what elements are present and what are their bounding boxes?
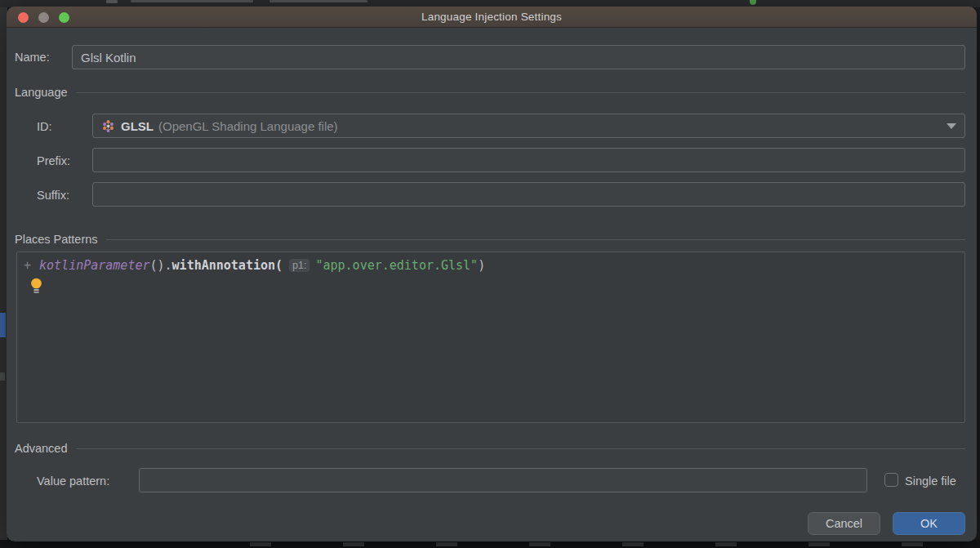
- language-section-header: Language: [15, 86, 965, 99]
- id-label: ID:: [37, 120, 52, 133]
- places-patterns-section-header: Places Patterns: [15, 233, 965, 246]
- background-dash: [436, 542, 457, 546]
- single-file-label: Single file: [905, 474, 956, 488]
- close-window-button[interactable]: [18, 12, 29, 23]
- language-section-title: Language: [15, 86, 68, 99]
- zoom-window-button[interactable]: [59, 12, 69, 23]
- pattern-annotation-call: withAnnotation(: [172, 258, 283, 273]
- background-text-fragment: [270, 0, 368, 2]
- pattern-plus-sign: +: [24, 258, 31, 273]
- background-dash: [902, 542, 923, 546]
- ok-button[interactable]: OK: [893, 512, 965, 535]
- chevron-down-icon: [947, 123, 956, 129]
- background-text-fragment: [106, 0, 118, 3]
- name-input-value: Glsl Kotlin: [81, 51, 136, 65]
- places-patterns-section-title: Places Patterns: [15, 233, 98, 246]
- language-id-dropdown[interactable]: GLSL (OpenGL Shading Language file): [92, 114, 965, 138]
- dialog-title: Language Injection Settings: [421, 11, 562, 23]
- background-dash: [622, 542, 644, 546]
- value-pattern-input[interactable]: [139, 468, 867, 492]
- background-text-fragment: [0, 372, 5, 381]
- single-file-checkbox[interactable]: [884, 473, 898, 487]
- minimize-window-button[interactable]: [38, 12, 49, 23]
- prefix-input[interactable]: [92, 148, 965, 172]
- advanced-section-header: Advanced: [15, 442, 965, 455]
- suffix-label: Suffix:: [37, 189, 69, 202]
- background-selected-item-fragment: [0, 313, 6, 337]
- dialog-titlebar[interactable]: Language Injection Settings: [7, 7, 977, 28]
- prefix-label: Prefix:: [37, 154, 70, 167]
- pattern-method-name: kotlinParameter: [39, 258, 149, 273]
- background-dash: [808, 542, 830, 546]
- background-dash: [343, 542, 364, 546]
- lightbulb-icon[interactable]: [30, 278, 42, 298]
- advanced-section-title: Advanced: [15, 442, 68, 455]
- section-divider: [76, 92, 965, 93]
- pattern-code-line: + kotlinParameter (). withAnnotation( p1…: [24, 258, 958, 273]
- background-dash: [529, 542, 550, 546]
- language-id-value: GLSL: [121, 119, 154, 133]
- parameter-hint-p1: p1:: [289, 259, 310, 272]
- dialog-content: Name: Glsl Kotlin Language ID:: [7, 29, 977, 541]
- section-divider: [106, 239, 965, 240]
- places-patterns-editor[interactable]: + kotlinParameter (). withAnnotation( p1…: [16, 252, 965, 423]
- background-dash: [715, 542, 737, 546]
- pattern-close-paren: ): [478, 258, 485, 273]
- glsl-molecule-icon: [101, 119, 115, 133]
- language-injection-settings-dialog: Language Injection Settings Name: Glsl K…: [7, 7, 977, 541]
- suffix-input[interactable]: [92, 182, 965, 207]
- dialog-footer: Cancel OK: [808, 512, 965, 535]
- cancel-button[interactable]: Cancel: [808, 512, 880, 535]
- background-text-fragment: [131, 0, 253, 2]
- background-status-dot: [750, 0, 756, 5]
- pattern-string-literal: "app.over.editor.Glsl": [315, 258, 478, 273]
- background-dash: [250, 542, 271, 546]
- pattern-call-parens: ().: [150, 258, 172, 273]
- name-input[interactable]: Glsl Kotlin: [72, 45, 965, 69]
- value-pattern-label: Value pattern:: [37, 474, 109, 488]
- language-id-description: (OpenGL Shading Language file): [158, 119, 338, 133]
- section-divider: [76, 448, 966, 449]
- name-label: Name:: [15, 51, 50, 64]
